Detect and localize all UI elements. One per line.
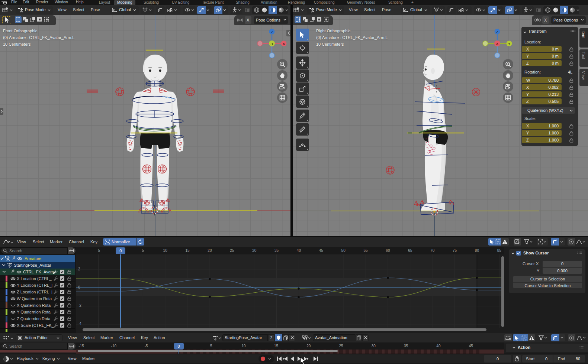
svg-text:X: X xyxy=(496,42,498,46)
svg-text:Z: Z xyxy=(496,30,498,34)
svg-text:-Y: -Y xyxy=(270,42,274,46)
svg-text:X: X xyxy=(283,42,285,46)
svg-text:Z: Z xyxy=(271,30,273,34)
svg-text:Y: Y xyxy=(508,42,510,46)
